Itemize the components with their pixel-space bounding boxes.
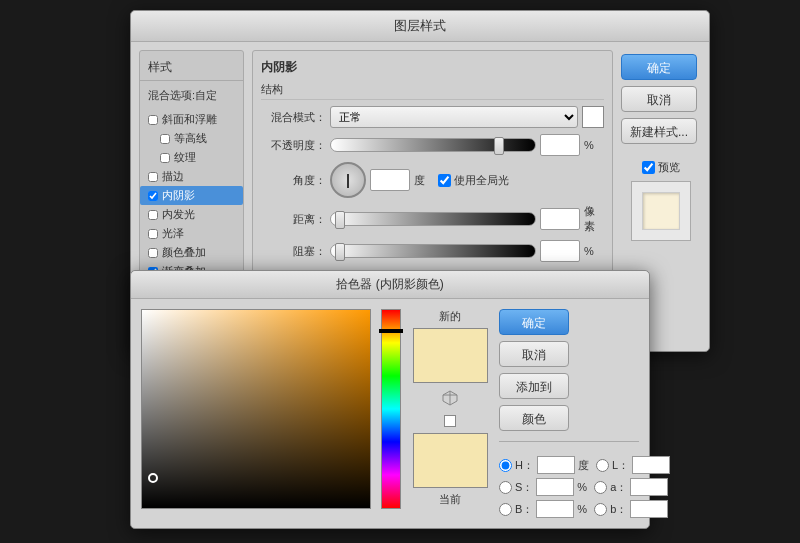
a-input[interactable]: 0 <box>630 478 668 496</box>
current-color-label: 当前 <box>439 492 461 507</box>
color-picker-dialog: 拾色器 (内阴影颜色) 新的 当前 <box>130 270 650 529</box>
angle-label: 角度： <box>261 173 326 188</box>
choke-slider[interactable] <box>330 244 536 258</box>
choke-unit: % <box>584 245 604 257</box>
brightness-radio[interactable] <box>499 503 512 516</box>
sidebar-item-satin[interactable]: 光泽 <box>140 224 243 243</box>
sat-input[interactable]: 2 <box>536 478 574 496</box>
inner-glow-checkbox[interactable] <box>148 210 158 220</box>
white-box-icon <box>444 415 456 427</box>
sidebar-item-stroke[interactable]: 描边 <box>140 167 243 186</box>
divider <box>499 441 639 442</box>
use-global-light-label: 使用全局光 <box>438 173 509 188</box>
preview-section: 预览 <box>621 160 701 241</box>
main-dialog-title: 图层样式 <box>131 11 709 42</box>
preview-inner <box>642 192 680 230</box>
inner-shadow-checkbox[interactable] <box>148 191 158 201</box>
sidebar-item-inner-glow[interactable]: 内发光 <box>140 205 243 224</box>
hue-bar[interactable] <box>381 309 401 509</box>
new-color-box <box>413 328 488 383</box>
blend-mode-label: 混合模式： <box>261 110 326 125</box>
color-cancel-button[interactable]: 取消 <box>499 341 569 367</box>
bevel-checkbox[interactable] <box>148 115 158 125</box>
current-color-box <box>413 433 488 488</box>
distance-input[interactable]: 1 <box>540 208 580 230</box>
new-color-label: 新的 <box>439 309 461 324</box>
sidebar-item-color-overlay[interactable]: 颜色叠加 <box>140 243 243 262</box>
b2-radio[interactable] <box>594 503 607 516</box>
color-fields: H： 36 度 L： 0 S： 2 % a： 0 <box>499 456 639 518</box>
sat-gradient <box>142 310 370 508</box>
blend-mode-form-row: 混合模式： 正常 <box>261 106 604 128</box>
sidebar-item-inner-shadow[interactable]: 内阴影 <box>140 186 243 205</box>
choke-form-row: 阻塞： 0 % <box>261 240 604 262</box>
inner-shadow-title: 内阴影 <box>261 59 604 76</box>
choke-input[interactable]: 0 <box>540 240 580 262</box>
cancel-button[interactable]: 取消 <box>621 86 697 112</box>
contour-checkbox[interactable] <box>160 134 170 144</box>
l-radio[interactable] <box>596 459 609 472</box>
saturation-box[interactable] <box>141 309 371 509</box>
color-right-section: 确定 取消 添加到 颜色 H： 36 度 L： 0 S： <box>499 309 639 518</box>
sidebar-item-contour[interactable]: 等高线 <box>140 129 243 148</box>
l-input[interactable]: 0 <box>632 456 670 474</box>
preview-box <box>631 181 691 241</box>
hue-radio[interactable] <box>499 459 512 472</box>
brightness-field-row: B： 100 % b： 2 <box>499 500 639 518</box>
color-libraries-button[interactable]: 颜色 <box>499 405 569 431</box>
distance-form-row: 距离： 1 像素 <box>261 204 604 234</box>
new-style-button[interactable]: 新建样式... <box>621 118 697 144</box>
texture-checkbox[interactable] <box>160 153 170 163</box>
satin-checkbox[interactable] <box>148 229 158 239</box>
3d-cube-icon <box>441 389 459 407</box>
hue-field-row: H： 36 度 L： 0 <box>499 456 639 474</box>
sidebar-item-bevel[interactable]: 斜面和浮雕 <box>140 110 243 129</box>
stroke-checkbox[interactable] <box>148 172 158 182</box>
color-preview-section: 新的 当前 <box>411 309 489 518</box>
angle-input[interactable]: 90 <box>370 169 410 191</box>
opacity-input[interactable]: 100 <box>540 134 580 156</box>
angle-dial[interactable] <box>330 162 366 198</box>
opacity-unit: % <box>584 139 604 151</box>
color-overlay-checkbox[interactable] <box>148 248 158 258</box>
opacity-thumb[interactable] <box>494 137 504 155</box>
color-ok-button[interactable]: 确定 <box>499 309 569 335</box>
opacity-slider[interactable] <box>330 138 536 152</box>
brightness-input[interactable]: 100 <box>536 500 574 518</box>
structure-title: 结构 <box>261 82 604 100</box>
inner-shadow-color-swatch[interactable] <box>582 106 604 128</box>
hue-bar-container <box>381 309 401 509</box>
hue-input[interactable]: 36 <box>537 456 575 474</box>
preview-checkbox-row: 预览 <box>642 160 680 175</box>
a-radio[interactable] <box>594 481 607 494</box>
blend-mode-row: 混合选项:自定 <box>140 85 243 106</box>
distance-thumb[interactable] <box>335 211 345 229</box>
use-global-light-checkbox[interactable] <box>438 174 451 187</box>
styles-title: 样式 <box>140 55 243 81</box>
angle-form-row: 角度： 90 度 使用全局光 <box>261 162 604 198</box>
sat-radio[interactable] <box>499 481 512 494</box>
distance-unit: 像素 <box>584 204 604 234</box>
b2-input[interactable]: 2 <box>630 500 668 518</box>
angle-degree: 度 <box>414 173 434 188</box>
add-to-swatches-button[interactable]: 添加到 <box>499 373 569 399</box>
opacity-form-row: 不透明度： 100 % <box>261 134 604 156</box>
blend-mode-select[interactable]: 正常 <box>330 106 578 128</box>
choke-label: 阻塞： <box>261 244 326 259</box>
sat-field-row: S： 2 % a： 0 <box>499 478 639 496</box>
sidebar-item-texture[interactable]: 纹理 <box>140 148 243 167</box>
color-dialog-title: 拾色器 (内阴影颜色) <box>131 271 649 299</box>
opacity-label: 不透明度： <box>261 138 326 153</box>
ok-button[interactable]: 确定 <box>621 54 697 80</box>
distance-slider[interactable] <box>330 212 536 226</box>
choke-thumb[interactable] <box>335 243 345 261</box>
distance-label: 距离： <box>261 212 326 227</box>
preview-checkbox[interactable] <box>642 161 655 174</box>
